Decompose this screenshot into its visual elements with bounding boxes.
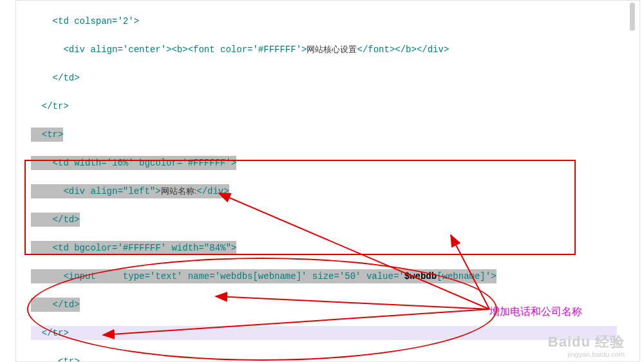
scrollbar-thumb[interactable] [630,3,635,31]
annotation-text: 增加电话和公司名称 [489,305,582,319]
watermark-url: jingyan.baidu.com [548,350,625,358]
watermark-brand: Baidu 经验 [548,334,625,350]
watermark: Baidu 经验 jingyan.baidu.com [548,332,625,358]
